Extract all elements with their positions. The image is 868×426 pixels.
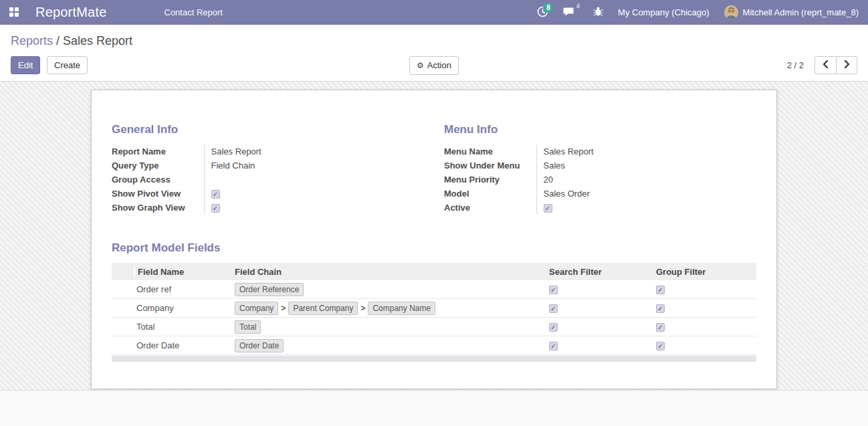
breadcrumb: Reports / Sales Report: [11, 34, 857, 48]
field-value-show-graph-view: ✓: [204, 201, 338, 215]
table-row-company[interactable]: CompanyCompany>Parent Company>Company Na…: [112, 299, 756, 318]
table-row-order-ref[interactable]: Order refOrder Reference✓✓: [112, 280, 756, 299]
cell-search-filter: ✓: [546, 322, 653, 332]
breadcrumb-current: Sales Report: [63, 34, 132, 47]
form-field-row: Show Graph View✓: [112, 201, 338, 215]
group-filter-checkbox-company[interactable]: ✓: [656, 304, 665, 313]
search-filter-checkbox-company[interactable]: ✓: [549, 304, 558, 313]
row-drag-handle[interactable]: [112, 280, 134, 298]
company-switcher[interactable]: My Company (Chicago): [618, 7, 710, 17]
table-footer-strip: [112, 356, 756, 362]
section-title-report-model-fields: Report Model Fields: [112, 241, 756, 255]
pager-previous-button[interactable]: [815, 56, 836, 74]
user-menu[interactable]: Mitchell Admin (reprt_mate_8): [724, 5, 859, 19]
report-model-fields-table: Field NameField ChainSearch FilterGroup …: [112, 263, 756, 362]
cell-field-name: Order Date: [134, 340, 232, 350]
field-value-model: Sales Order: [536, 187, 670, 201]
group-filter-checkbox-order-date[interactable]: ✓: [656, 342, 665, 350]
group-filter-checkbox-order-ref[interactable]: ✓: [656, 286, 665, 294]
field-chain-chip-parent-company: Parent Company: [288, 302, 358, 315]
field-value-active: ✓: [536, 201, 670, 215]
form-field-row: Menu Priority20: [444, 173, 670, 187]
pager-buttons: [815, 56, 857, 74]
field-label-menu-name: Menu Name: [444, 144, 536, 158]
checkbox-active[interactable]: ✓: [544, 204, 552, 213]
cell-field-chain: Company>Parent Company>Company Name: [232, 302, 546, 315]
field-label-show-pivot-view: Show Pivot View: [112, 187, 204, 201]
field-chain-chip-order-date: Order Date: [235, 339, 284, 352]
cell-group-filter: ✓: [653, 303, 756, 313]
pager-next-button[interactable]: [836, 56, 857, 74]
column-header-search-filter[interactable]: Search Filter: [546, 267, 653, 277]
app-brand[interactable]: ReportMate: [35, 5, 107, 20]
main-content: General Info Report NameSales ReportQuer…: [0, 82, 868, 390]
form-field-row: Show Pivot View✓: [112, 187, 338, 201]
field-label-query-type: Query Type: [112, 158, 204, 173]
bug-icon: [593, 6, 603, 19]
form-field-row: Active✓: [444, 201, 670, 215]
action-button[interactable]: ⚙Action: [409, 56, 459, 75]
field-label-active: Active: [444, 201, 536, 215]
gear-icon: ⚙: [417, 61, 424, 70]
field-label-report-name: Report Name: [112, 144, 204, 158]
field-value-menu-name: Sales Report: [536, 144, 670, 158]
field-label-group-access: Group Access: [112, 173, 204, 187]
column-header-group-filter[interactable]: Group Filter: [653, 267, 756, 277]
edit-button[interactable]: Edit: [11, 56, 40, 74]
debug-menu[interactable]: [593, 6, 603, 19]
cell-field-name: Order ref: [134, 284, 232, 294]
cell-search-filter: ✓: [546, 284, 653, 294]
cell-field-chain: Total: [232, 320, 546, 334]
page-footer-area: [0, 390, 868, 426]
cell-field-name: Company: [134, 303, 232, 313]
search-filter-checkbox-order-ref[interactable]: ✓: [549, 286, 558, 294]
action-button-label: Action: [427, 60, 451, 70]
column-header-field-chain[interactable]: Field Chain: [232, 267, 546, 277]
chat-icon: [563, 6, 574, 19]
user-name: Mitchell Admin (reprt_mate_8): [743, 7, 859, 17]
table-row-total[interactable]: TotalTotal✓✓: [112, 318, 756, 336]
field-label-menu-priority: Menu Priority: [444, 173, 536, 187]
breadcrumb-separator: /: [53, 34, 63, 47]
form-field-row: Group Access: [112, 173, 338, 187]
form-sheet: General Info Report NameSales ReportQuer…: [91, 90, 777, 389]
field-chain-chip-order-reference: Order Reference: [235, 283, 304, 296]
search-filter-checkbox-total[interactable]: ✓: [549, 323, 558, 332]
apps-menu-icon[interactable]: [9, 7, 19, 17]
cell-search-filter: ✓: [546, 303, 653, 313]
field-label-show-under-menu: Show Under Menu: [444, 158, 536, 173]
top-navbar: ReportMate Contact Report 8 4 My Company…: [0, 0, 868, 25]
checkbox-show-pivot-view[interactable]: ✓: [211, 190, 220, 199]
field-chain-chip-company: Company: [235, 302, 278, 315]
cp-left-buttons: Edit Create: [11, 56, 88, 74]
column-header-field-name[interactable]: Field Name: [134, 267, 232, 277]
pager-value: 2 / 2: [787, 60, 804, 70]
activity-count-badge: 8: [543, 3, 553, 13]
section-title-menu-info: Menu Info: [444, 123, 756, 136]
row-drag-handle[interactable]: [112, 299, 134, 317]
control-panel: Reports / Sales Report Edit Create ⚙Acti…: [0, 25, 868, 82]
field-label-show-graph-view: Show Graph View: [112, 201, 204, 215]
chevron-right-separator: >: [281, 304, 286, 313]
row-drag-handle[interactable]: [112, 318, 134, 336]
field-chain-chip-total: Total: [235, 320, 261, 334]
nav-menu-contact-report[interactable]: Contact Report: [165, 7, 223, 17]
search-filter-checkbox-order-date[interactable]: ✓: [549, 342, 558, 350]
messages-menu[interactable]: 4: [563, 6, 578, 19]
cell-field-name: Total: [134, 322, 232, 332]
field-value-report-name: Sales Report: [204, 144, 338, 158]
cell-group-filter: ✓: [653, 322, 756, 332]
form-field-row: Menu NameSales Report: [444, 144, 670, 158]
form-field-row: Show Under MenuSales: [444, 158, 670, 173]
field-value-show-pivot-view: ✓: [204, 187, 338, 201]
section-title-general-info: General Info: [112, 123, 424, 136]
create-button[interactable]: Create: [47, 56, 88, 74]
field-value-group-access: [204, 173, 338, 187]
table-row-order-date[interactable]: Order DateOrder Date✓✓: [112, 336, 756, 355]
cell-search-filter: ✓: [546, 340, 653, 350]
activities-menu[interactable]: 8: [537, 6, 548, 19]
group-filter-checkbox-total[interactable]: ✓: [656, 323, 665, 332]
checkbox-show-graph-view[interactable]: ✓: [211, 204, 220, 213]
breadcrumb-parent-link[interactable]: Reports: [11, 34, 53, 47]
row-drag-handle[interactable]: [112, 336, 134, 354]
